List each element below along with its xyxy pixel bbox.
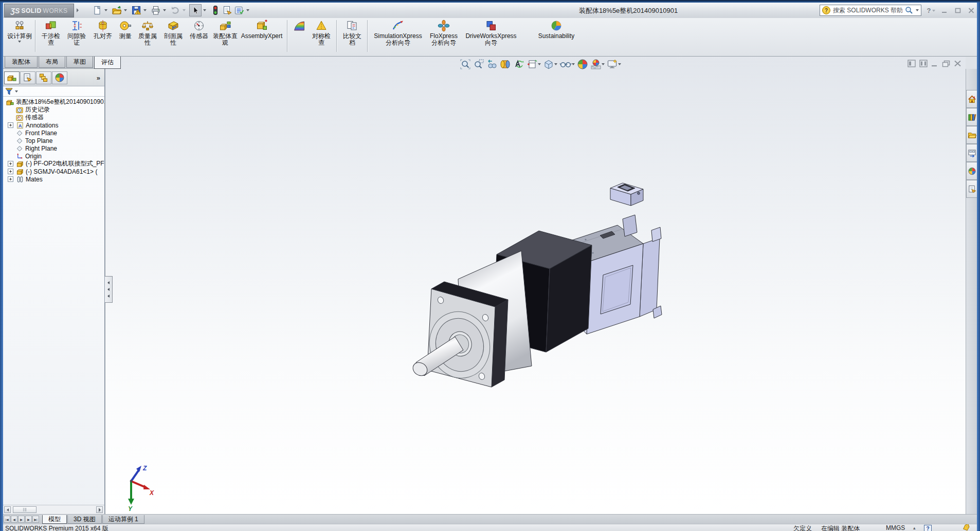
save-dropdown[interactable] bbox=[142, 5, 148, 16]
featuremanager-tab[interactable] bbox=[4, 71, 20, 84]
graphics-viewport[interactable]: Z X Y bbox=[105, 57, 966, 514]
options-dropdown[interactable] bbox=[245, 5, 250, 16]
edit-appearance-button[interactable] bbox=[576, 58, 589, 70]
display-style-dropdown[interactable] bbox=[554, 63, 557, 65]
previous-view-button[interactable] bbox=[486, 58, 498, 70]
tree-item-part-pf-op2[interactable]: (-) PF-OP2电机联接型式_PF bbox=[3, 160, 104, 168]
dynamic-annotation-views-button[interactable] bbox=[513, 58, 525, 70]
select-dropdown[interactable] bbox=[202, 5, 207, 16]
tree-item-part-sgmjv[interactable]: (-) SGMJV-04ADA61<1> ( bbox=[3, 168, 104, 175]
configurationmanager-tab[interactable] bbox=[36, 71, 51, 84]
nav-prev-button[interactable]: ◀ bbox=[11, 516, 17, 523]
tree-filter-row[interactable] bbox=[3, 86, 104, 97]
scroll-thumb[interactable] bbox=[13, 506, 37, 513]
status-help-icon[interactable]: ? bbox=[924, 525, 932, 531]
symmetry-check-button[interactable]: 对称检查 bbox=[310, 20, 333, 46]
tab-layout[interactable]: 布局 bbox=[39, 57, 65, 68]
tab-sketch[interactable]: 草图 bbox=[66, 57, 93, 68]
nav-next2-button[interactable]: ▶ bbox=[25, 516, 32, 523]
compare-documents-button[interactable]: 比较文档 bbox=[340, 20, 364, 46]
panel-more-chevron[interactable]: » bbox=[97, 74, 100, 82]
tree-item-origin[interactable]: Origin bbox=[3, 152, 104, 160]
view-settings-button[interactable] bbox=[606, 58, 622, 70]
file-explorer-button[interactable] bbox=[966, 126, 977, 144]
apply-scene-button[interactable] bbox=[590, 58, 605, 70]
apply-scene-dropdown[interactable] bbox=[602, 63, 605, 65]
floxpress-button[interactable]: FloXpress 分析向导 bbox=[427, 20, 461, 46]
new-document-button[interactable] bbox=[92, 5, 103, 16]
driveworksxpress-button[interactable]: DriveWorksXpress 向导 bbox=[463, 20, 519, 46]
solidworks-resources-button[interactable] bbox=[966, 90, 977, 108]
print-button[interactable] bbox=[150, 5, 161, 16]
view-orientation-dropdown[interactable] bbox=[538, 63, 541, 65]
model-3d-servo-motor[interactable] bbox=[402, 170, 679, 396]
tree-horizontal-scrollbar[interactable] bbox=[3, 505, 104, 514]
open-dropdown[interactable] bbox=[123, 5, 128, 16]
select-button[interactable] bbox=[189, 4, 202, 16]
scroll-left-button[interactable] bbox=[4, 506, 11, 513]
doc-restore-icon[interactable] bbox=[942, 60, 950, 67]
display-style-button[interactable] bbox=[542, 58, 558, 70]
design-study-button[interactable]: 设计算例 bbox=[7, 20, 32, 43]
rebuild-button[interactable] bbox=[210, 5, 221, 16]
doc-close-icon[interactable] bbox=[954, 60, 961, 67]
sheet-tab-model[interactable]: 模型 bbox=[42, 515, 67, 524]
tree-item-mates[interactable]: Mates bbox=[3, 175, 104, 183]
search-dropdown[interactable] bbox=[916, 9, 919, 11]
search-icon[interactable] bbox=[905, 6, 913, 14]
interference-check-button[interactable]: 干涉检查 bbox=[39, 20, 63, 46]
curvature-button[interactable] bbox=[291, 20, 307, 33]
clearance-verify-button[interactable]: 间隙验证 bbox=[65, 20, 88, 46]
hole-alignment-button[interactable]: 孔对齐 bbox=[90, 20, 115, 40]
solidworks-logo[interactable]: ƷSSOLIDWORKS bbox=[4, 4, 74, 17]
expand-icon[interactable] bbox=[8, 161, 13, 167]
window-restore-button[interactable] bbox=[952, 6, 964, 15]
tab-evaluate[interactable]: 评估 bbox=[94, 57, 121, 69]
simulationxpress-button[interactable]: SimulationXpress 分析向导 bbox=[371, 20, 425, 46]
save-button[interactable] bbox=[131, 5, 142, 16]
custom-properties-button[interactable] bbox=[966, 180, 977, 198]
assemblyxpert-button[interactable]: AssemblyXpert bbox=[240, 20, 284, 40]
section-properties-button[interactable]: 剖面属性 bbox=[161, 20, 185, 46]
window-close-button[interactable] bbox=[966, 6, 977, 15]
scroll-right-button[interactable] bbox=[96, 506, 103, 513]
expand-icon[interactable] bbox=[8, 169, 13, 174]
options-button[interactable] bbox=[233, 5, 245, 16]
view-orientation-button[interactable] bbox=[526, 58, 541, 70]
tab-assembly[interactable]: 装配体 bbox=[5, 57, 38, 68]
nav-last-button[interactable]: ▶| bbox=[32, 516, 39, 523]
appearances-scenes-button[interactable] bbox=[966, 162, 977, 180]
displaymanager-tab[interactable] bbox=[52, 71, 67, 84]
panel-collapse-handle[interactable] bbox=[105, 276, 113, 303]
tree-item-annotations[interactable]: A Annotations bbox=[3, 121, 104, 129]
hide-show-items-dropdown[interactable] bbox=[572, 63, 575, 65]
tree-root-assembly[interactable]: 装配体18%5e整机201409010901 bbox=[3, 98, 104, 106]
print-dropdown[interactable] bbox=[162, 5, 167, 16]
propertymanager-tab[interactable] bbox=[20, 71, 35, 84]
filter-dropdown[interactable] bbox=[15, 90, 18, 93]
status-units[interactable]: MMGS bbox=[886, 524, 905, 531]
pane-split-icon[interactable] bbox=[919, 60, 928, 67]
units-caret-icon[interactable]: ▴ bbox=[913, 525, 916, 530]
doc-minimize-icon[interactable] bbox=[931, 60, 938, 67]
hide-show-items-button[interactable] bbox=[559, 58, 575, 70]
expand-icon[interactable] bbox=[8, 176, 13, 182]
nav-next-button[interactable]: ▶ bbox=[18, 516, 25, 523]
menu-expand-chevron[interactable] bbox=[75, 5, 80, 15]
pane-left-icon[interactable] bbox=[908, 60, 916, 67]
view-palette-button[interactable] bbox=[966, 144, 977, 162]
assembly-visualization-button[interactable]: 装配体直观 bbox=[213, 20, 238, 46]
sensor-button[interactable]: 传感器 bbox=[187, 20, 211, 40]
tag-icon[interactable] bbox=[963, 524, 970, 531]
tree-item-history[interactable]: 历史记录 bbox=[3, 106, 104, 114]
undo-button[interactable] bbox=[170, 5, 181, 16]
tree-item-right-plane[interactable]: Right Plane bbox=[3, 144, 104, 152]
undo-dropdown[interactable] bbox=[182, 5, 187, 16]
window-minimize-button[interactable] bbox=[939, 6, 950, 15]
zoom-to-fit-button[interactable] bbox=[459, 58, 471, 70]
zoom-to-area-button[interactable] bbox=[473, 58, 485, 70]
help-button[interactable]: ? bbox=[925, 6, 937, 15]
open-button[interactable] bbox=[111, 5, 122, 16]
new-document-dropdown[interactable] bbox=[103, 5, 108, 16]
file-properties-button[interactable] bbox=[222, 5, 233, 16]
